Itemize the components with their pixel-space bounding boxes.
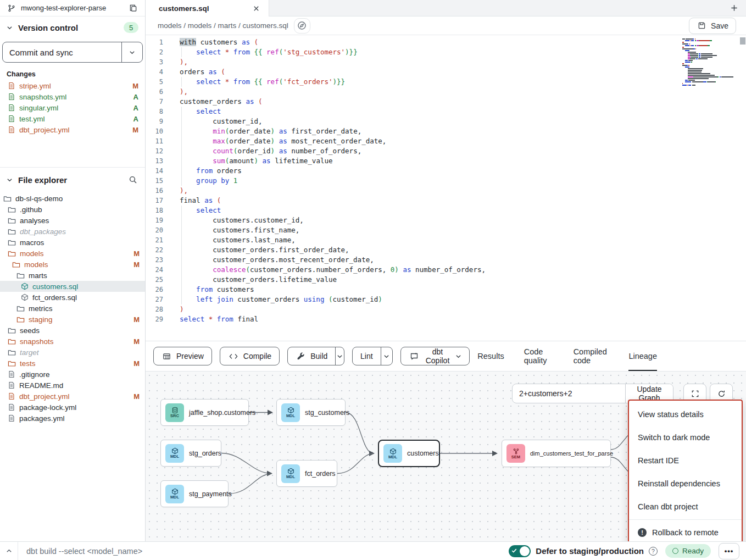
node-customers[interactable]: MDL customers [378, 440, 440, 467]
file-icon [8, 126, 15, 134]
menu-item-reinstall-dependencies[interactable]: Reinstall dependencies [629, 472, 742, 495]
tree-item-seeds[interactable]: seeds [0, 325, 145, 336]
code-line-content: sum(amount) as lifetime_value [170, 156, 333, 166]
tree-item-README.md[interactable]: README.md [0, 380, 145, 391]
menu-item-restart-ide[interactable]: Restart IDE [629, 449, 742, 472]
lint-button[interactable]: Lint [353, 347, 381, 365]
line-number: 23 [146, 255, 170, 265]
change-item-stripe.yml[interactable]: stripe.ymlM [0, 80, 145, 91]
editor-minimap[interactable] [682, 38, 737, 86]
tree-item-label: metrics [29, 304, 140, 313]
commit-and-sync-button[interactable]: Commit and sync [2, 42, 143, 63]
defer-toggle[interactable] [509, 545, 531, 557]
line-number: 9 [146, 117, 170, 126]
tree-item-.github[interactable]: .github [0, 204, 145, 215]
tree-item-packages.yml[interactable]: packages.yml [0, 413, 145, 424]
code-line-content: select [170, 206, 221, 215]
tab-lineage[interactable]: Lineage [628, 341, 657, 371]
copilot-dropdown-caret[interactable] [455, 353, 461, 359]
tree-item-target[interactable]: target [0, 347, 145, 358]
node-stg-payments[interactable]: MDL stg_payments [160, 480, 229, 507]
lineage-selector-input[interactable] [513, 384, 625, 403]
node-dim-customers-test-for-parse[interactable]: SEM dim_customers_test_for_parse [502, 440, 611, 467]
new-tab-button[interactable] [722, 0, 746, 16]
tree-item-fct_orders.sql[interactable]: fct_orders.sql [0, 292, 145, 303]
folder-icon [3, 195, 12, 203]
semantic-fork-icon [513, 448, 520, 455]
exclamation-circle-icon: ! [638, 528, 647, 537]
tree-item-customers.sql[interactable]: customers.sql [0, 281, 145, 292]
result-tabs: Results Code quality Compiled code Linea… [477, 341, 746, 371]
version-control-header[interactable]: Version control 5 [0, 16, 145, 37]
tree-item-models[interactable]: modelsM [0, 259, 145, 270]
node-fct-orders[interactable]: MDL fct_orders [276, 460, 337, 487]
file-explorer-header[interactable]: File explorer [0, 168, 145, 190]
explore-lineage-button[interactable] [294, 18, 310, 34]
menu-item-rollback-to-remote[interactable]: !Rollback to remote [629, 521, 742, 541]
node-jaffle-shop-customers[interactable]: SRC jaffle_shop.customers [160, 399, 249, 426]
code-line-content: with customers as ( [170, 37, 258, 47]
code-editor[interactable]: 1with customers as (2 select * from {{ r… [146, 35, 746, 341]
expand-command-bar-button[interactable] [0, 542, 18, 560]
menu-item-clean-dbt-project[interactable]: Clean dbt project [629, 495, 742, 518]
tree-item-label: .gitignore [19, 370, 140, 379]
line-number: 25 [146, 275, 170, 285]
line-number: 6 [146, 87, 170, 97]
commit-dropdown-caret[interactable] [121, 42, 142, 62]
help-icon[interactable]: ? [649, 547, 658, 556]
change-item-snapshots.yml[interactable]: snapshots.ymlA [0, 91, 145, 102]
tab-code-quality[interactable]: Code quality [524, 341, 554, 371]
change-item-dbt_project.yml[interactable]: dbt_project.ymlM [0, 124, 145, 135]
model-badge: MDL [281, 464, 300, 483]
change-item-test.yml[interactable]: test.ymlA [0, 113, 145, 124]
close-icon[interactable] [252, 4, 261, 13]
menu-item-view-status-details[interactable]: View status details [629, 403, 742, 426]
more-options-button[interactable]: ••• [719, 543, 739, 559]
tree-item-tests[interactable]: testsM [0, 358, 145, 369]
tab-compiled-code[interactable]: Compiled code [574, 341, 609, 371]
tree-item-package-lock.yml[interactable]: package-lock.yml [0, 402, 145, 413]
tree-item-marts[interactable]: marts [0, 270, 145, 281]
copy-icon[interactable] [128, 3, 138, 13]
dbt-copilot-button[interactable]: dbt Copilot [400, 347, 470, 365]
compile-button[interactable]: Compile [220, 347, 280, 365]
code-line-21: 21 customers.last_name, [146, 235, 746, 245]
lint-split-button: Lint [352, 347, 393, 365]
build-dropdown-caret[interactable] [335, 347, 344, 365]
menu-item-switch-to-dark-mode[interactable]: Switch to dark mode [629, 426, 742, 449]
node-stg-orders[interactable]: MDL stg_orders [160, 440, 221, 467]
copilot-chat-icon [409, 351, 420, 362]
tree-item-label: README.md [19, 381, 140, 390]
folder-icon [12, 260, 20, 269]
change-file-name: stripe.yml [19, 82, 129, 90]
tree-item-label: analyses [20, 217, 140, 225]
lint-dropdown-caret[interactable] [381, 347, 392, 365]
code-line-content: left join customer_orders using (custome… [170, 295, 382, 304]
save-button[interactable]: Save [689, 18, 736, 34]
build-button[interactable]: Build [288, 347, 335, 365]
tree-item-models[interactable]: modelsM [0, 248, 145, 259]
search-icon[interactable] [127, 174, 138, 185]
tree-item-snapshots[interactable]: snapshotsM [0, 336, 145, 347]
tree-item-staging[interactable]: stagingM [0, 314, 145, 325]
lineage-canvas[interactable]: SRC jaffle_shop.customers MDL stg_custom… [146, 372, 746, 541]
preview-button[interactable]: Preview [153, 347, 212, 365]
tree-item-.gitignore[interactable]: .gitignore [0, 369, 145, 380]
change-status-M: M [132, 126, 138, 134]
node-stg-customers[interactable]: MDL stg_customers [276, 399, 346, 426]
file-explorer-title: File explorer [18, 175, 123, 185]
tree-item-label: dbt_project.yml [19, 392, 130, 401]
change-item-singular.yml[interactable]: singular.ymlA [0, 102, 145, 113]
fullscreen-icon [691, 390, 699, 398]
tree-item-analyses[interactable]: analyses [0, 215, 145, 226]
command-input[interactable]: dbt build --select <model_name> [18, 547, 509, 556]
tab-results[interactable]: Results [477, 341, 504, 371]
tree-item-dbt_packages[interactable]: dbt_packages [0, 226, 145, 237]
tree-item-dbt_project.yml[interactable]: dbt_project.ymlM [0, 391, 145, 402]
tree-item-metrics[interactable]: metrics [0, 303, 145, 314]
tree-item-macros[interactable]: macros [0, 237, 145, 248]
tab-customers-sql[interactable]: customers.sql [146, 0, 269, 16]
tree-item-db-sl-qs-demo[interactable]: db-sl-qs-demo [0, 193, 145, 204]
change-file-name: test.yml [19, 115, 130, 123]
editor-scrollbar[interactable] [740, 37, 745, 45]
